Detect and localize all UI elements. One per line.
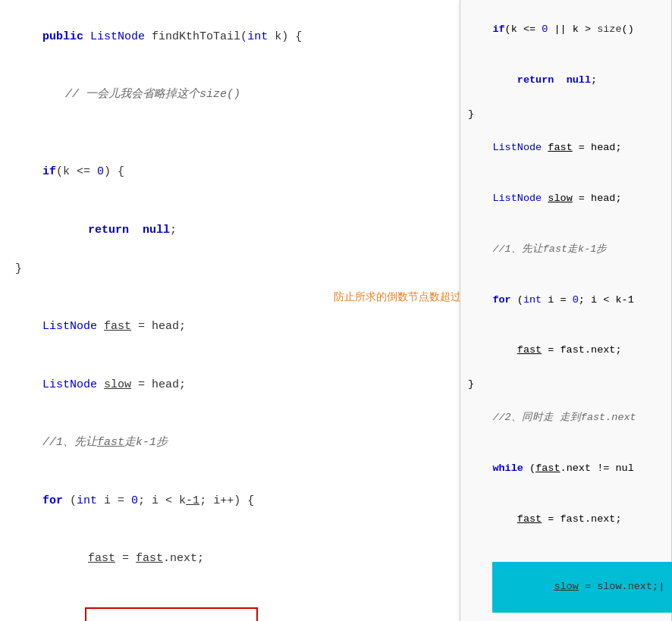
popup-panel: if(k <= 0 || k > size() return null; } L… [460,0,672,621]
popup-line-4: ListNode fast = head; [468,123,664,174]
comment-1: // 一会儿我会省略掉这个size() [65,88,240,101]
popup-line-9: } [468,376,664,393]
red-box-highlight: if(fast == null) { [85,607,258,622]
keyword-public: public [42,30,83,43]
popup-line-3: } [468,106,664,123]
popup-line-2: return null; [468,55,664,106]
type-listnode: ListNode [90,30,145,43]
popup-highlight-line: slow = slow.next;| [492,562,672,613]
popup-line-6: //1、先让fast走k-1步 [468,224,664,274]
method-name: findKthToTail [152,30,240,43]
popup-line-8: fast = fast.next; [468,325,664,376]
popup-line-10: //2、同时走 走到fast.next [468,393,664,444]
popup-line-5: ListNode slow = head; [468,174,664,224]
popup-line-12: fast = fast.next; [468,494,664,545]
popup-line-11: while (fast.next != nul [468,444,664,494]
popup-line-1: if(k <= 0 || k > size() [468,5,664,55]
popup-line-13: slow = slow.next;| [468,545,664,622]
popup-line-7: for (int i = 0; i < k-1 [468,274,664,325]
